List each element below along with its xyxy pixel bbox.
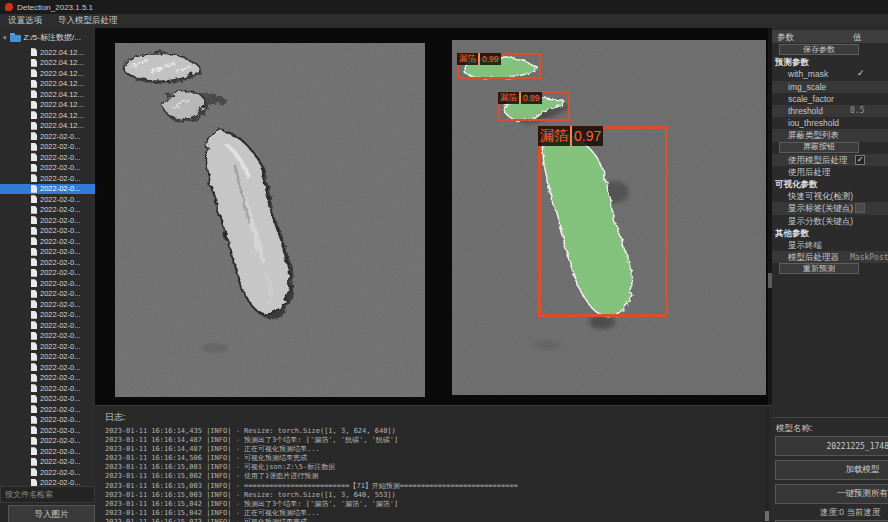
param-show-terminal-label: 显示终端 — [788, 240, 822, 252]
param-iou-threshold[interactable]: iou_threshold — [772, 117, 888, 129]
import-images-button[interactable]: 导入图片 — [8, 505, 95, 522]
tree-item-file[interactable]: 2022-02-0... — [0, 215, 95, 226]
tree-item-file[interactable]: 2022-02-0... — [0, 373, 95, 384]
tree-item-label: 2022-02-0... — [40, 279, 80, 288]
tree-item-file[interactable]: 2022-02-0... — [0, 446, 95, 457]
tree-item-label: 2022-02-0... — [40, 247, 80, 256]
param-use-postprocess[interactable]: 使用后处理 — [772, 166, 888, 178]
tree-item-file[interactable]: 2022-02-0... — [0, 320, 95, 331]
param-show-terminal[interactable]: 显示终端 — [772, 239, 888, 251]
tree-item-file[interactable]: 2022.04.12... — [0, 58, 95, 69]
file-icon — [31, 80, 37, 88]
param-use-postprocess-label: 使用后处理 — [788, 167, 831, 179]
log-line: 2023-01-11 16:16:15,001 |INFO| - 可视化json… — [105, 463, 772, 472]
file-tree-panel: ▾ Z:/5-标注数据/... 2022.04.12... 2022.04.12… — [0, 28, 95, 486]
tree-item-label: 2022-02-0... — [40, 415, 80, 424]
save-params-button[interactable]: 保存参数 — [779, 44, 859, 55]
tree-item-file[interactable]: 2022-02-0... — [0, 163, 95, 174]
menu-settings[interactable]: 设置选项 — [8, 15, 42, 27]
tree-item-file[interactable]: 2022.04.12... — [0, 110, 95, 121]
param-threshold[interactable]: threshold0.5 — [772, 105, 888, 117]
tree-item-file[interactable]: 2022-02-0... — [0, 331, 95, 342]
param-img-scale[interactable]: img_scale — [772, 81, 888, 93]
tree-item-file[interactable]: 2022-02-0... — [0, 289, 95, 300]
param-model-postprocessor[interactable]: 模型后处理器MaskPostPro — [772, 251, 888, 263]
menu-import-model-postprocess[interactable]: 导入模型后处理 — [58, 15, 118, 27]
file-icon — [31, 248, 37, 256]
param-use-model-postprocess[interactable]: 使用模型后处理✓ — [772, 154, 888, 166]
tree-item-file[interactable]: 2022.04.12... — [0, 68, 95, 79]
search-input[interactable] — [0, 486, 95, 503]
tree-root-folder[interactable]: ▾ Z:/5-标注数据/... — [3, 32, 81, 43]
file-icon — [31, 153, 37, 161]
tree-item-file[interactable]: 2022-02-0... — [0, 436, 95, 447]
section-predict-params-label: 预测参数 — [775, 57, 809, 69]
predict-all-button[interactable]: 一键预测所有 — [775, 484, 888, 504]
tree-item-file[interactable]: 2022-02-0... — [0, 467, 95, 478]
tree-item-file[interactable]: 2022.04.12... — [0, 89, 95, 100]
model-name-button[interactable]: 20221225_174813 — [775, 436, 888, 456]
mask-button[interactable]: 屏蔽按钮 — [779, 142, 859, 153]
param-use-model-postprocess-checkbox[interactable]: ✓ — [855, 155, 865, 165]
param-show-scores[interactable]: 显示分数(关键点) — [772, 215, 888, 227]
tree-item-file[interactable]: 2022-02-0... — [0, 425, 95, 436]
tree-item-file[interactable]: 2022-02-0... — [0, 194, 95, 205]
tree-item-label: 2022.04.12... — [40, 111, 84, 120]
load-model-button[interactable]: 加载模型 — [775, 460, 888, 480]
repredict-button[interactable]: 重新预测 — [779, 263, 859, 274]
tree-item-file[interactable]: 2022-02-0... — [0, 310, 95, 321]
file-icon — [31, 206, 37, 214]
tree-item-file[interactable]: 2022-02-0... — [0, 236, 95, 247]
chevron-down-icon[interactable]: ▾ — [3, 34, 7, 42]
file-icon — [31, 227, 37, 235]
tree-item-file[interactable]: 2022.04.12... — [0, 47, 95, 58]
tree-item-file[interactable]: 2022-02-0... — [0, 184, 95, 195]
tree-item-file[interactable]: 2022-02-0... — [0, 152, 95, 163]
tree-item-file[interactable]: 2022-02-0... — [0, 383, 95, 394]
param-with-mask[interactable]: with_mask✓ — [772, 68, 888, 80]
log-lines: 2023-01-11 16:16:14,435 |INFO| - Resize:… — [95, 427, 772, 522]
tree-item-file[interactable]: 2022-02-0... — [0, 226, 95, 237]
tree-item-file[interactable]: 2022-02-0... — [0, 173, 95, 184]
section-other-params: 其他参数 — [772, 227, 888, 239]
app-logo-icon — [5, 3, 13, 11]
tree-item-label: 2022-02-0... — [40, 468, 80, 477]
file-icon — [31, 321, 37, 329]
tree-item-file[interactable]: 2022-02-0... — [0, 478, 95, 487]
log-scrollbar-handle[interactable] — [765, 511, 769, 521]
tree-item-file[interactable]: 2022.04.12... — [0, 79, 95, 90]
param-show-labels-checkbox[interactable] — [855, 203, 865, 213]
tree-item-file[interactable]: 2022-02-0... — [0, 142, 95, 153]
tree-item-file[interactable]: 2022-02-0... — [0, 268, 95, 279]
file-icon — [31, 132, 37, 140]
tree-item-file[interactable]: 2022-02-0... — [0, 131, 95, 142]
tree-item-file[interactable]: 2022-02-0... — [0, 394, 95, 405]
tree-item-file[interactable]: 2022-02-0... — [0, 352, 95, 363]
section-predict-params: 预测参数 — [772, 56, 888, 68]
param-fast-visualization[interactable]: 快速可视化(检测) — [772, 190, 888, 202]
tree-item-file[interactable]: 2022.04.12... — [0, 121, 95, 132]
tree-item-file[interactable]: 2022-02-0... — [0, 257, 95, 268]
param-mask-type-list[interactable]: 屏蔽类型列表 — [772, 129, 888, 141]
tree-item-file[interactable]: 2022-02-0... — [0, 247, 95, 258]
tree-item-file[interactable]: 2022-02-0... — [0, 404, 95, 415]
tree-item-label: 2022-02-0... — [40, 289, 80, 298]
separator-bar-icon — [570, 126, 572, 146]
param-show-labels[interactable]: 显示标签(关键点) — [772, 202, 888, 214]
tree-item-file[interactable]: 2022-02-0... — [0, 205, 95, 216]
tree-item-file[interactable]: 2022-02-0... — [0, 341, 95, 352]
detection-score: 0.99 — [482, 54, 499, 64]
param-show-labels-label: 显示标签(关键点) — [788, 203, 853, 215]
log-scrollbar-track[interactable] — [765, 408, 769, 521]
param-scale-factor[interactable]: scale_factor — [772, 93, 888, 105]
tree-item-label: 2022.04.12... — [40, 90, 84, 99]
tree-item-file[interactable]: 2022.04.12... — [0, 100, 95, 111]
tree-item-file[interactable]: 2022-02-0... — [0, 278, 95, 289]
section-visualization-params-label: 可视化参数 — [775, 179, 818, 191]
tree-item-file[interactable]: 2022-02-0... — [0, 362, 95, 373]
tree-item-file[interactable]: 2022-02-0... — [0, 415, 95, 426]
file-icon — [31, 437, 37, 445]
tree-item-file[interactable]: 2022-02-0... — [0, 457, 95, 468]
tree-item-file[interactable]: 2022-02-0... — [0, 299, 95, 310]
tree-item-label: 2022-02-0... — [40, 205, 80, 214]
